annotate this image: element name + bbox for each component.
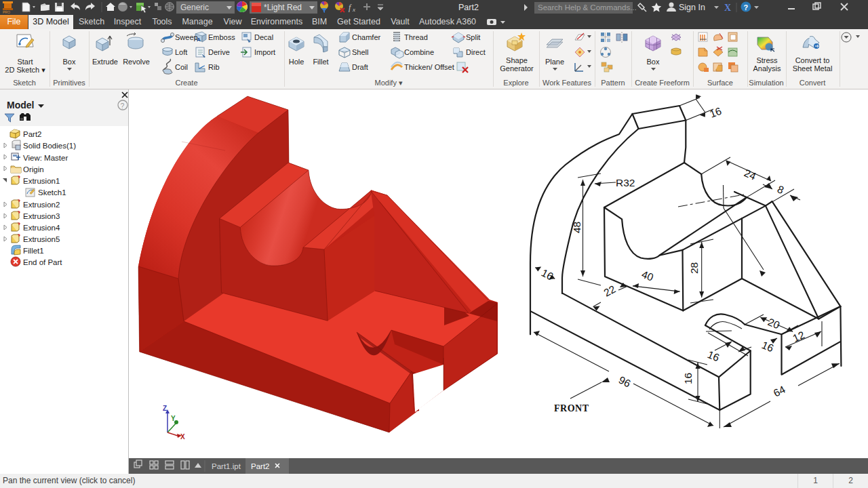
svg-text:Sign In: Sign In [679,3,705,12]
svg-text:Fillet1: Fillet1 [23,247,44,255]
svg-text:*Light Red: *Light Red [264,3,302,12]
svg-text:22: 22 [601,283,617,299]
svg-text:8: 8 [776,183,786,196]
svg-text:Origin: Origin [23,165,44,174]
svg-text:X: X [180,433,185,441]
svg-text:Part2: Part2 [251,462,270,470]
svg-text:f: f [349,3,352,12]
svg-text:Part1.ipt: Part1.ipt [212,462,241,470]
svg-text:Y: Y [171,415,176,422]
svg-text:48: 48 [571,222,583,233]
svg-text:Model: Model [7,100,34,110]
svg-text:FRONT: FRONT [554,403,589,413]
svg-text:Extrusion4: Extrusion4 [23,224,60,232]
svg-text:X: X [724,3,731,13]
svg-text:16: 16 [708,105,723,120]
svg-text:Solid Bodies(1): Solid Bodies(1) [23,142,76,150]
svg-text:End of Part: End of Part [23,258,62,266]
svg-text:View: Master: View: Master [23,154,68,162]
svg-text:Extrusion3: Extrusion3 [23,212,60,220]
svg-text:Generic: Generic [180,3,209,12]
svg-text:Extrusion5: Extrusion5 [23,235,60,243]
svg-text:16: 16 [682,373,694,384]
svg-text:40: 40 [640,268,655,283]
svg-text:20: 20 [766,316,782,331]
svg-text:28: 28 [688,262,700,274]
svg-text:96: 96 [617,374,633,390]
svg-text:Part2: Part2 [23,130,42,138]
svg-text:?: ? [744,3,749,12]
svg-text:64: 64 [772,384,787,399]
svg-text:12: 12 [791,329,806,344]
svg-text:Extrusion1: Extrusion1 [23,177,60,185]
svg-text:PRO: PRO [3,10,10,14]
svg-text:R32: R32 [616,177,635,188]
svg-text:Extrusion2: Extrusion2 [23,201,60,209]
svg-text:Search Help & Commands...: Search Help & Commands... [538,3,637,12]
svg-text:Sketch1: Sketch1 [38,188,66,197]
svg-text:Z: Z [163,405,167,412]
svg-text:16: 16 [540,267,555,283]
svg-text:Part2: Part2 [458,3,479,12]
svg-text:16: 16 [706,348,722,363]
svg-text:x: x [352,6,355,13]
svg-text:?: ? [121,102,125,110]
